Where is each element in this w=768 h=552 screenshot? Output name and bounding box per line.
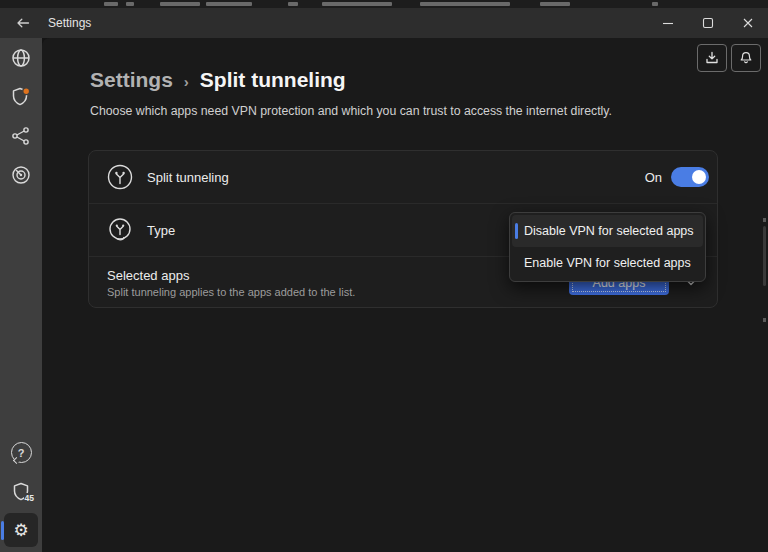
sidebar-item-dedicated-ip[interactable]: [0, 155, 42, 194]
network-icon: [9, 124, 33, 148]
download-button[interactable]: [697, 44, 727, 72]
notification-dot: [23, 87, 30, 94]
window-title: Settings: [48, 16, 91, 30]
selected-apps-title: Selected apps: [107, 268, 355, 283]
close-icon: [740, 15, 756, 31]
download-icon: [704, 50, 720, 66]
header-actions: [697, 44, 761, 72]
help-icon: ?: [11, 442, 32, 463]
subscription-days-badge: 45: [24, 493, 35, 503]
titlebar: Settings: [0, 8, 768, 38]
sidebar-bottom-group: ? 45 ⚙: [0, 433, 42, 550]
breadcrumb-separator-icon: ›: [184, 73, 189, 90]
sliver-fragment: [322, 2, 392, 6]
active-item-indicator: [1, 521, 4, 540]
split-tunneling-label: Split tunneling: [147, 170, 229, 185]
type-label: Type: [147, 223, 175, 238]
notifications-button[interactable]: [731, 44, 761, 72]
minimize-button[interactable]: [648, 8, 688, 38]
sidebar-item-meshnet[interactable]: [0, 116, 42, 155]
sidebar-item-vpn-servers[interactable]: [0, 38, 42, 77]
gear-icon: ⚙: [13, 522, 28, 539]
sliver-fragment: [288, 2, 298, 6]
background-window-sliver: [0, 0, 768, 8]
window-controls: [648, 8, 768, 38]
help-glyph: ?: [18, 447, 25, 459]
back-button[interactable]: [8, 11, 38, 35]
dropdown-option-disable-vpn[interactable]: Disable VPN for selected apps: [512, 215, 703, 247]
sidebar-top-group: [0, 38, 42, 194]
shield-badge-icon: 45: [9, 480, 33, 504]
globe-icon: [9, 46, 33, 70]
sidebar-item-settings[interactable]: ⚙: [0, 511, 42, 550]
sliver-fragment: [652, 2, 658, 6]
maximize-icon: [700, 15, 716, 31]
type-icon: [107, 217, 133, 243]
selected-apps-texts: Selected apps Split tunneling applies to…: [107, 268, 355, 298]
sliver-fragment: [126, 2, 134, 6]
scrollbar-thumb[interactable]: [763, 226, 766, 286]
target-icon: [9, 163, 33, 187]
toggle-knob: [692, 170, 706, 184]
settings-page: Settings › Split tunneling Choose which …: [42, 38, 768, 552]
close-button[interactable]: [728, 8, 768, 38]
arrow-left-icon: [15, 15, 31, 31]
sidebar-item-threat-protection[interactable]: [0, 77, 42, 116]
screen: Settings: [0, 0, 768, 552]
type-dropdown-menu: Disable VPN for selected apps Enable VPN…: [509, 212, 706, 282]
breadcrumb: Settings › Split tunneling: [90, 68, 346, 92]
sliver-fragment: [160, 2, 200, 6]
sliver-fragment: [540, 2, 570, 6]
scrollbar[interactable]: [763, 206, 767, 336]
sidebar-item-subscription[interactable]: 45: [0, 472, 42, 511]
sidebar: ? 45 ⚙: [0, 38, 42, 552]
split-tunneling-toggle[interactable]: [671, 167, 709, 187]
selected-option-indicator: [515, 223, 518, 239]
sidebar-item-help[interactable]: ?: [0, 433, 42, 472]
toggle-state-label: On: [645, 170, 662, 185]
sliver-fragment: [420, 2, 510, 6]
sliver-fragment: [206, 2, 252, 6]
breadcrumb-settings[interactable]: Settings: [90, 68, 173, 92]
shield-icon: [8, 84, 34, 110]
page-title: Split tunneling: [200, 68, 346, 92]
maximize-button[interactable]: [688, 8, 728, 38]
dropdown-option-enable-vpn[interactable]: Enable VPN for selected apps: [512, 247, 703, 279]
selected-apps-description: Split tunneling applies to the apps adde…: [107, 286, 355, 298]
page-description: Choose which apps need VPN protection an…: [90, 104, 612, 118]
sliver-fragment: [104, 2, 118, 6]
bell-icon: [738, 50, 754, 66]
minimize-icon: [660, 15, 676, 31]
split-tunneling-icon: [107, 164, 133, 190]
split-tunneling-row: Split tunneling On: [89, 151, 717, 203]
